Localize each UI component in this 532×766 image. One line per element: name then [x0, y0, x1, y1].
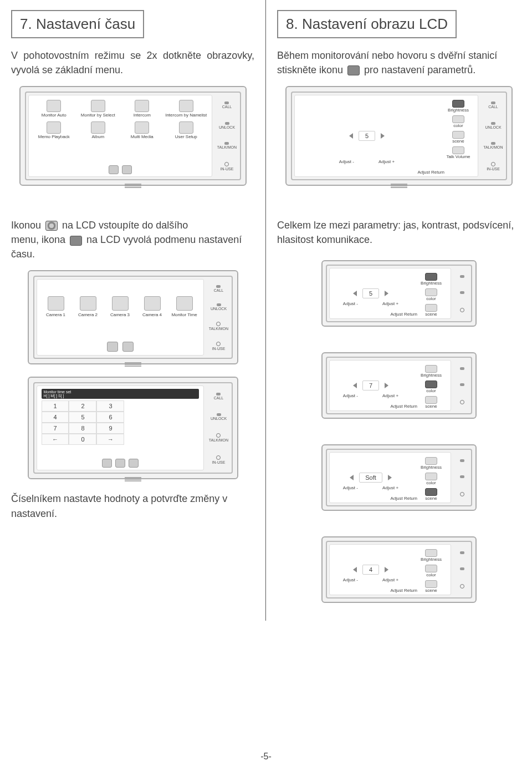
clock-icon	[70, 236, 82, 246]
adjust-plus-icon[interactable]	[385, 567, 388, 572]
speaker-grille	[125, 477, 141, 484]
device-adjust-color: 7 Adjust -Adjust + Brightness color scen…	[321, 352, 477, 419]
key-3[interactable]: 3	[96, 400, 124, 412]
key-5[interactable]: 5	[69, 412, 96, 423]
back-icon[interactable]	[122, 342, 134, 352]
param-color[interactable]: color	[440, 115, 477, 128]
phone-icon	[135, 100, 149, 112]
section-8-body: Během monitorování nebo hovoru s dvěřní …	[277, 48, 521, 77]
section-7-body: V pohotovostním režimu se 2x dotkněte ob…	[11, 48, 254, 77]
menu-intercom[interactable]: Intercom	[120, 100, 165, 118]
adjust-minus-icon[interactable]	[353, 567, 357, 572]
menu-multimedia[interactable]: Multi Media	[120, 121, 165, 140]
led-talkmon: TALK/MON	[209, 321, 228, 331]
key-fwd[interactable]: →	[96, 434, 124, 445]
adjust-minus-icon[interactable]	[350, 475, 354, 480]
camera-1[interactable]: Camera 1	[40, 296, 71, 317]
key-4[interactable]: 4	[42, 412, 69, 423]
home-icon[interactable]	[109, 165, 119, 174]
key-9[interactable]: 9	[96, 423, 124, 434]
adjust-plus-icon[interactable]	[385, 291, 388, 296]
confirm-icon[interactable]	[102, 459, 112, 468]
param-scene[interactable]: scene	[413, 488, 449, 501]
led-call: CALL	[488, 101, 498, 109]
speaker-grille	[125, 362, 141, 369]
led-inuse: IN-USE	[212, 341, 226, 351]
param-scene[interactable]: scene	[413, 304, 449, 317]
param-color[interactable]: color	[413, 565, 449, 577]
param-brightness[interactable]: Brightness	[413, 365, 449, 378]
param-scene[interactable]: scene	[440, 131, 477, 144]
adjust-return[interactable]: Adjust Return	[391, 312, 417, 317]
camera-icon	[48, 296, 64, 311]
param-brightness[interactable]: Brightness	[413, 273, 449, 286]
menu-memo-playback[interactable]: Memo Playback	[32, 121, 76, 140]
adjust-minus-label: Adjust -	[339, 159, 354, 164]
home-icon[interactable]	[115, 459, 125, 468]
album-icon	[91, 121, 105, 134]
led-talkmon: TALK/MON	[483, 141, 503, 149]
camera-2[interactable]: Camera 2	[73, 296, 104, 317]
adjust-value: 4	[362, 565, 379, 575]
param-scene[interactable]: scene	[413, 580, 449, 593]
home-icon[interactable]	[107, 342, 118, 352]
adjust-plus-label: Adjust +	[378, 159, 395, 164]
param-color[interactable]: color	[413, 381, 449, 393]
camera-icon	[112, 296, 129, 311]
camera-4[interactable]: Camera 4	[137, 296, 168, 317]
camera-icon	[80, 296, 96, 311]
param-brightness[interactable]: Brightness	[440, 100, 477, 113]
adjust-plus-icon[interactable]	[381, 133, 385, 139]
device-adjust-scene: Soft Adjust -Adjust + Brightness color s…	[321, 444, 477, 511]
adjust-return[interactable]: Adjust Return	[391, 496, 417, 501]
monitor-time[interactable]: Monitor Time	[169, 296, 200, 317]
section-7-mid-text: Ikonou na LCD vstoupíte do dalšího menu,…	[11, 218, 254, 261]
key-2[interactable]: 2	[69, 400, 96, 412]
page-number: -5-	[260, 752, 272, 762]
param-brightness[interactable]: Brightness	[413, 457, 449, 470]
menu-user-setup[interactable]: User Setup	[164, 121, 208, 140]
led-unlock: UNLOCK	[485, 121, 501, 129]
param-brightness[interactable]: Brightness	[413, 549, 449, 562]
camera-3[interactable]: Camera 3	[105, 296, 136, 317]
key-1[interactable]: 1	[42, 400, 69, 412]
device-keypad: Monitor time set H[ ] M[ ] S[ ] 1 2 3 4 …	[28, 377, 238, 479]
key-8[interactable]: 8	[69, 423, 96, 434]
back-icon[interactable]	[129, 459, 139, 468]
adjust-value: 5	[359, 131, 375, 141]
section-8-title: 8. Nastavení obrazu LCD	[277, 10, 457, 38]
adjust-plus-icon[interactable]	[385, 383, 388, 388]
adjust-minus-icon[interactable]	[353, 383, 357, 388]
menu-album[interactable]: Album	[76, 121, 120, 140]
adjust-icon	[347, 65, 360, 75]
key-back[interactable]: ←	[42, 434, 69, 445]
adjust-return[interactable]: Adjust Return	[391, 404, 417, 409]
section-7-title: 7. Nastavení času	[11, 10, 144, 38]
param-color[interactable]: color	[413, 288, 449, 301]
param-talk-volume[interactable]: Talk Volume	[440, 146, 477, 159]
param-scene[interactable]: scene	[413, 396, 449, 409]
param-color[interactable]: color	[413, 473, 449, 485]
list-icon	[179, 100, 193, 112]
menu-monitor-auto[interactable]: Monitor Auto	[32, 100, 76, 118]
adjust-plus-icon[interactable]	[388, 475, 392, 480]
media-icon	[135, 121, 149, 134]
gear-icon	[45, 221, 58, 231]
led-inuse: IN-USE	[212, 455, 226, 464]
device-camera-menu: Camera 1 Camera 2 Camera 3 Camera 4 Moni…	[28, 270, 238, 364]
adjust-minus-icon[interactable]	[349, 133, 353, 139]
adjust-minus-icon[interactable]	[353, 291, 357, 296]
brightness-icon	[452, 100, 464, 108]
adjust-return[interactable]: Adjust Return	[391, 588, 417, 593]
key-6[interactable]: 6	[96, 412, 124, 423]
key-7[interactable]: 7	[42, 423, 69, 434]
power-icon[interactable]	[122, 165, 132, 174]
adjust-return[interactable]: Adjust Return	[418, 170, 444, 175]
color-icon	[452, 115, 464, 123]
menu-intercom-namelist[interactable]: Intercom by Namelist	[164, 100, 208, 118]
device-main-menu: Monitor Auto Monitor by Select Intercom …	[19, 86, 247, 186]
led-call: CALL	[214, 285, 224, 292]
menu-monitor-select[interactable]: Monitor by Select	[76, 100, 120, 118]
led-call: CALL	[222, 101, 232, 109]
key-0[interactable]: 0	[69, 434, 96, 445]
